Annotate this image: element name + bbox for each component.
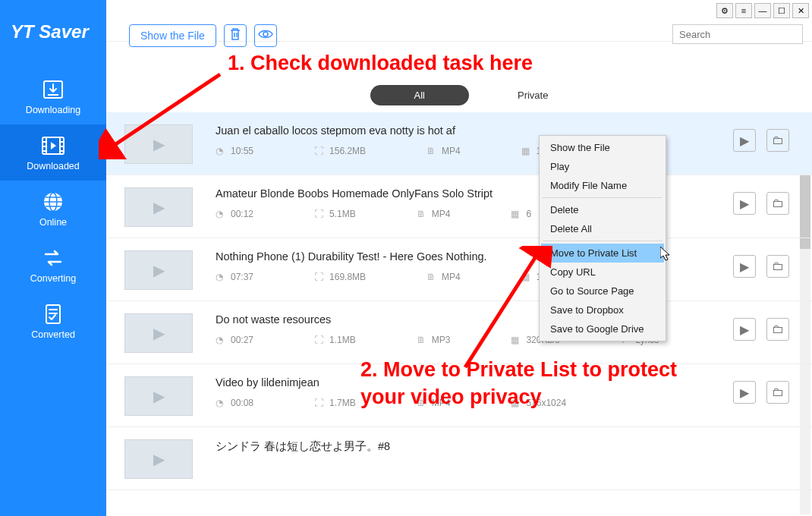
close-icon: ✕ bbox=[798, 6, 804, 16]
clock-icon: ◔ bbox=[216, 335, 226, 345]
eye-icon bbox=[258, 29, 273, 42]
list-item[interactable]: ▶ Do not waste resources ◔00:27 ⛶1.1MB 🗎… bbox=[106, 301, 812, 364]
play-icon: ▶ bbox=[740, 322, 749, 337]
list-item[interactable]: ▶ シンドラ 春は短し恋せよ男子。#8 bbox=[106, 427, 812, 490]
download-list: ▶ Juan el caballo locos stepmom eva nott… bbox=[106, 112, 812, 516]
clock-icon: ◔ bbox=[216, 146, 226, 156]
folder-button[interactable]: 🗀 bbox=[766, 129, 789, 152]
play-button[interactable]: ▶ bbox=[733, 318, 756, 341]
ctx-move-private[interactable]: Move to Private List bbox=[541, 244, 664, 263]
ctx-modify-name[interactable]: Modify File Name bbox=[541, 176, 664, 195]
sidebar-item-converting[interactable]: Converting bbox=[0, 237, 106, 293]
res-icon: ▦ bbox=[511, 335, 521, 345]
format-icon: 🗎 bbox=[426, 146, 437, 156]
play-button[interactable]: ▶ bbox=[733, 192, 756, 215]
folder-button[interactable]: 🗀 bbox=[766, 381, 789, 404]
play-button[interactable]: ▶ bbox=[733, 255, 756, 278]
ctx-delete-all[interactable]: Delete All bbox=[541, 219, 664, 238]
show-file-button[interactable]: Show the File bbox=[129, 24, 216, 47]
item-title: Do not waste resources bbox=[216, 313, 794, 326]
context-menu: Show the File Play Modify File Name Dele… bbox=[539, 135, 666, 341]
ctx-copy-url[interactable]: Copy URL bbox=[541, 263, 664, 282]
globe-icon bbox=[40, 191, 66, 212]
list-item[interactable]: ▶ Video by lildenimjean ◔00:08 ⛶1.7MB 🗎M… bbox=[106, 364, 812, 427]
size-icon: ⛶ bbox=[314, 146, 325, 156]
clock-icon: ◔ bbox=[216, 272, 226, 282]
sidebar-item-label: Converting bbox=[30, 273, 76, 284]
play-icon: ▶ bbox=[740, 197, 749, 211]
res-icon: ▦ bbox=[511, 398, 521, 408]
play-button[interactable]: ▶ bbox=[733, 381, 756, 404]
trash-icon bbox=[229, 27, 241, 44]
folder-button[interactable]: 🗀 bbox=[766, 192, 789, 215]
sidebar: YT Saver Downloading Downloaded Online C… bbox=[0, 0, 106, 516]
thumbnail: ▶ bbox=[124, 187, 193, 227]
maximize-button[interactable]: ☐ bbox=[773, 3, 790, 18]
ctx-show-file[interactable]: Show the File bbox=[541, 138, 664, 157]
folder-button[interactable]: 🗀 bbox=[766, 255, 789, 278]
size-icon: ⛶ bbox=[314, 398, 325, 408]
download-icon bbox=[40, 79, 66, 100]
delete-button[interactable] bbox=[224, 24, 247, 47]
item-title: Amateur Blonde Boobs Homemade OnlyFans S… bbox=[216, 187, 794, 200]
tab-all[interactable]: All bbox=[370, 85, 469, 105]
clock-icon: ◔ bbox=[216, 398, 226, 408]
item-meta: ◔00:08 ⛶1.7MB 🗎MP4 ▦576x1024 bbox=[216, 398, 794, 408]
list-item[interactable]: ▶ Nothing Phone (1) Durability Test! - H… bbox=[106, 238, 812, 301]
ctx-separator bbox=[543, 241, 663, 241]
item-meta: ◔07:37 ⛶169.8MB 🗎MP4 ▦1 bbox=[216, 272, 794, 282]
thumbnail: ▶ bbox=[124, 124, 193, 164]
play-button[interactable]: ▶ bbox=[733, 129, 756, 152]
size-icon: ⛶ bbox=[314, 209, 325, 219]
ctx-dropbox[interactable]: Save to Dropbox bbox=[541, 300, 664, 319]
ctx-play[interactable]: Play bbox=[541, 157, 664, 176]
ctx-gdrive[interactable]: Save to Google Drive bbox=[541, 319, 664, 338]
item-title: Nothing Phone (1) Durability Test! - Her… bbox=[216, 250, 794, 263]
format-icon: 🗎 bbox=[417, 398, 427, 408]
folder-icon: 🗀 bbox=[772, 322, 784, 336]
app-title: YT Saver bbox=[0, 0, 106, 68]
settings-button[interactable]: ⚙ bbox=[716, 3, 733, 18]
close-button[interactable]: ✕ bbox=[792, 3, 809, 18]
sidebar-item-converted[interactable]: Converted bbox=[0, 293, 106, 349]
ctx-delete[interactable]: Delete bbox=[541, 200, 664, 219]
filter-tabs: All Private bbox=[106, 82, 812, 108]
list-item[interactable]: ▶ Amateur Blonde Boobs Homemade OnlyFans… bbox=[106, 175, 812, 238]
thumbnail: ▶ bbox=[124, 439, 193, 479]
sidebar-item-downloaded[interactable]: Downloaded bbox=[0, 124, 106, 181]
folder-icon: 🗀 bbox=[772, 260, 784, 273]
menu-button[interactable]: ≡ bbox=[735, 3, 752, 18]
search-input[interactable] bbox=[672, 24, 803, 44]
sidebar-item-label: Online bbox=[39, 217, 67, 228]
sidebar-item-downloading[interactable]: Downloading bbox=[0, 68, 106, 124]
sidebar-item-online[interactable]: Online bbox=[0, 181, 106, 237]
thumbnail: ▶ bbox=[124, 376, 193, 416]
film-icon bbox=[40, 135, 66, 156]
folder-icon: 🗀 bbox=[772, 134, 784, 147]
play-icon: ▶ bbox=[740, 260, 749, 274]
item-title: Juan el caballo locos stepmom eva notty … bbox=[216, 124, 794, 137]
minimize-icon: — bbox=[759, 6, 767, 15]
ctx-separator bbox=[543, 197, 663, 198]
gear-icon: ⚙ bbox=[721, 6, 729, 16]
res-icon: ▦ bbox=[521, 272, 532, 282]
size-icon: ⛶ bbox=[314, 272, 325, 282]
play-icon: ▶ bbox=[740, 385, 749, 400]
thumbnail: ▶ bbox=[124, 313, 193, 353]
tab-private[interactable]: Private bbox=[518, 90, 548, 101]
document-check-icon bbox=[40, 304, 66, 325]
item-meta: ◔00:12 ⛶5.1MB 🗎MP4 ▦6 bbox=[216, 209, 794, 219]
item-title: シンドラ 春は短し恋せよ男子。#8 bbox=[216, 439, 794, 454]
item-title: Video by lildenimjean bbox=[216, 376, 794, 389]
folder-button[interactable]: 🗀 bbox=[766, 318, 789, 341]
annotation-1: 1. Check downloaded task here bbox=[228, 52, 533, 75]
sidebar-item-label: Converted bbox=[31, 329, 75, 340]
play-icon: ▶ bbox=[740, 134, 749, 148]
minimize-button[interactable]: — bbox=[754, 3, 771, 18]
preview-button[interactable] bbox=[254, 24, 277, 47]
ctx-source-page[interactable]: Go to Source Page bbox=[541, 282, 664, 300]
list-item[interactable]: ▶ Juan el caballo locos stepmom eva nott… bbox=[106, 112, 812, 175]
sidebar-item-label: Downloading bbox=[26, 105, 80, 115]
convert-icon bbox=[40, 247, 66, 269]
item-meta: ◔00:27 ⛶1.1MB 🗎MP3 ▦320Kb/s TLyrics bbox=[216, 335, 794, 345]
